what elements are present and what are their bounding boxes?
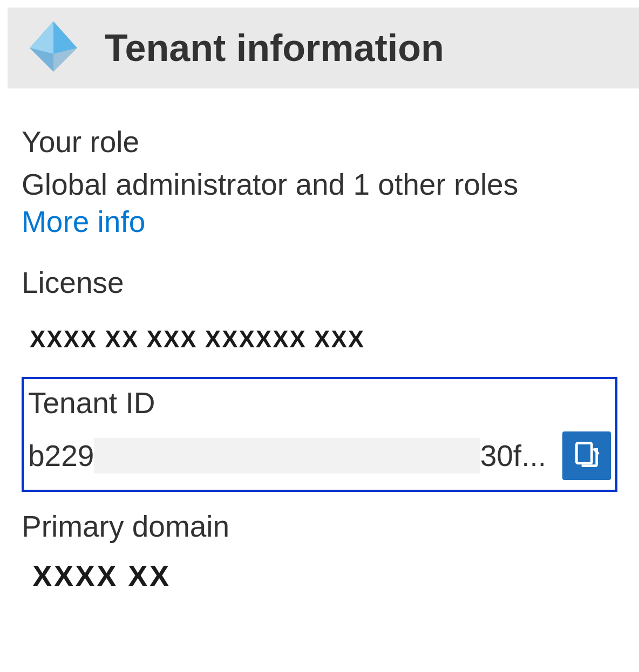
tenant-id-prefix: b229 (28, 438, 94, 473)
role-value: Global administrator and 1 other roles (22, 166, 617, 203)
primary-domain-value: XXXX XX (32, 559, 617, 593)
tenant-id-suffix: 30f... (480, 438, 562, 473)
more-info-link[interactable]: More info (22, 205, 145, 238)
primary-domain-label: Primary domain (22, 508, 617, 545)
card-content: Your role Global administrator and 1 oth… (0, 88, 639, 593)
license-value: XXXX XX XXX XXXXXX XXX (30, 326, 617, 353)
card-header: Tenant information (8, 8, 639, 88)
svg-rect-4 (576, 443, 592, 463)
primary-domain-group: Primary domain XXXX XX (22, 508, 617, 593)
tenant-id-redacted (94, 438, 480, 474)
copy-icon (572, 441, 602, 471)
role-group: Your role Global administrator and 1 oth… (22, 124, 617, 240)
tenant-id-label: Tenant ID (28, 385, 611, 422)
role-label: Your role (22, 124, 617, 161)
license-group: License XXXX XX XXX XXXXXX XXX (22, 264, 617, 353)
copy-tenant-id-button[interactable] (562, 431, 611, 480)
tenant-id-row: b229 30f... (28, 431, 611, 480)
tenant-id-highlight: Tenant ID b229 30f... (22, 377, 617, 492)
azure-diamond-icon (24, 18, 83, 78)
license-label: License (22, 264, 617, 301)
card-title: Tenant information (105, 26, 444, 70)
